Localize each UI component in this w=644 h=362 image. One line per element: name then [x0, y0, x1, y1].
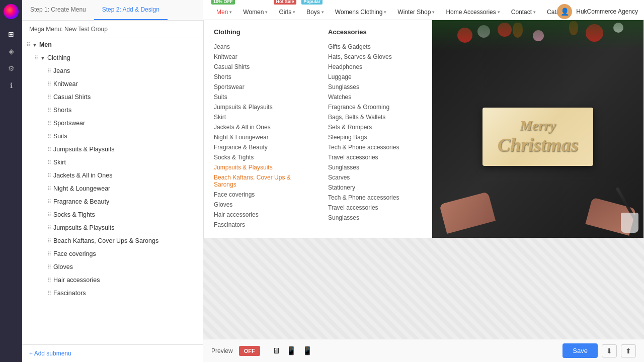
- user-name: HukCommerce Agency: [576, 8, 638, 15]
- tree-label: Jumpsuits & Playsuits: [53, 146, 199, 153]
- tree-item-suits[interactable]: ⠿ Suits: [22, 130, 203, 143]
- mega-link-jackets[interactable]: Jackets & All in Ones: [214, 122, 308, 132]
- mega-link-beach-kaftans[interactable]: Beach Kaftans, Cover Ups & Sarongs: [214, 172, 308, 190]
- mega-link-scarves[interactable]: Scarves: [328, 172, 422, 183]
- tree-item-sportswear[interactable]: ⠿ Sportswear: [22, 117, 203, 130]
- mega-link-sets[interactable]: Sets & Rompers: [328, 122, 422, 132]
- user-avatar: 👤: [557, 4, 572, 19]
- tree-item-clothing[interactable]: ⠿ ▼ Clothing: [22, 51, 203, 64]
- mega-link-face-coverings[interactable]: Face coverings: [214, 190, 308, 200]
- tab-add-design[interactable]: Step 2: Add & Design: [94, 0, 168, 20]
- mega-link-socks-tights[interactable]: Socks & Tights: [214, 152, 308, 162]
- mega-link-sunglasses-2[interactable]: Sunglasses: [328, 162, 422, 172]
- tree-item-jackets[interactable]: ⠿ Jackets & All in Ones: [22, 169, 203, 182]
- mega-link-watches[interactable]: Watches: [328, 92, 422, 102]
- chevron-down-icon: ▾: [384, 10, 386, 15]
- mega-link-tech-1[interactable]: Tech & Phone accessories: [328, 142, 422, 152]
- girls-badge: Hot Sale: [274, 0, 296, 5]
- nav-item-home-accessories[interactable]: Home Accessories ▾: [441, 6, 505, 19]
- tree-item-jumpsuits-1[interactable]: ⠿ Jumpsuits & Playsuits: [22, 143, 203, 156]
- mega-link-sleeping-bags[interactable]: Sleeping Bags: [328, 132, 422, 142]
- tree-item-beach-kaftans[interactable]: ⠿ Beach Kaftans, Cover Ups & Sarongs: [22, 234, 203, 247]
- drag-handle: ⠿: [47, 290, 51, 297]
- app-logo[interactable]: [4, 4, 19, 19]
- mega-link-sunglasses-1[interactable]: Sunglasses: [328, 82, 422, 92]
- chevron-down-icon: ▾: [498, 10, 500, 15]
- mega-link-gifts[interactable]: Gifts & Gadgets: [328, 42, 422, 52]
- mega-link-hair-accessories[interactable]: Hair accessories: [214, 210, 308, 220]
- mega-link-gloves[interactable]: Gloves: [214, 200, 308, 210]
- mega-link-fragrance-grooming[interactable]: Fragrance & Grooming: [328, 102, 422, 112]
- mega-link-knitwear[interactable]: Knitwear: [214, 52, 308, 62]
- mega-link-fascinators[interactable]: Fascinators: [214, 220, 308, 230]
- mega-link-travel-1[interactable]: Travel accessories: [328, 152, 422, 162]
- chevron-down-icon: ▾: [293, 10, 295, 15]
- tablet-icon[interactable]: 📱: [284, 344, 298, 357]
- tree-item-face-coverings[interactable]: ⠿ Face coverings: [22, 247, 203, 260]
- nav-item-womens-clothing[interactable]: Womens Clothing ▾: [330, 6, 392, 19]
- tree-item-night-loungewear[interactable]: ⠿ Night & Loungewear: [22, 182, 203, 195]
- tree-item-fascinators[interactable]: ⠿ Fascinators: [22, 287, 203, 300]
- expand-arrow[interactable]: ▼: [40, 55, 45, 61]
- tree-item-fragrance[interactable]: ⠿ Fragrance & Beauty: [22, 195, 203, 208]
- tree-item-skirt[interactable]: ⠿ Skirt: [22, 156, 203, 169]
- mega-link-headphones[interactable]: Headphones: [328, 62, 422, 72]
- tree-item-casual-shirts[interactable]: ⠿ Casual Shirts: [22, 90, 203, 104]
- tree-item-shorts[interactable]: ⠿ Shorts: [22, 104, 203, 117]
- mega-link-casual-shirts[interactable]: Casual Shirts: [214, 62, 308, 72]
- mega-link-shorts[interactable]: Shorts: [214, 72, 308, 82]
- mega-link-fragrance-beauty[interactable]: Fragrance & Beauty: [214, 142, 308, 152]
- preview-toggle[interactable]: OFF: [239, 346, 260, 356]
- tree-item-knitwear[interactable]: ⠿ Knitwear: [22, 77, 203, 90]
- nav-item-girls[interactable]: Girls ▾: [274, 6, 300, 19]
- nav-item-women-wrap: Women ▾: [238, 2, 273, 19]
- mega-link-stationery[interactable]: Stationery: [328, 183, 422, 193]
- mobile-icon[interactable]: 📱: [300, 344, 314, 357]
- mega-col-accessories: Accessories Gifts & Gadgets Hats, Scarve…: [318, 20, 432, 238]
- tree-label: Jeans: [53, 67, 199, 74]
- mega-link-sportswear[interactable]: Sportswear: [214, 82, 308, 92]
- nav-item-girls-wrap: Hot Sale Girls ▾: [274, 2, 300, 19]
- mega-link-travel-2[interactable]: Travel accessories: [328, 203, 422, 213]
- tree-item-jumpsuits-2[interactable]: ⠿ Jumpsuits & Playsuits: [22, 221, 203, 234]
- desktop-icon[interactable]: 🖥: [270, 344, 282, 357]
- mega-link-night[interactable]: Night & Loungewear: [214, 132, 308, 142]
- expand-arrow[interactable]: ▼: [32, 42, 37, 48]
- sidebar-icon-settings[interactable]: ⚙: [4, 61, 18, 75]
- sidebar-icon-info[interactable]: ℹ: [4, 78, 18, 93]
- accessories-col-title: Accessories: [328, 28, 422, 36]
- add-submenu-button[interactable]: + Add submenu: [29, 350, 71, 357]
- mega-link-skirt[interactable]: Skirt: [214, 112, 308, 122]
- mega-link-jeans[interactable]: Jeans: [214, 42, 308, 52]
- tree-label: Beach Kaftans, Cover Ups & Sarongs: [53, 237, 199, 244]
- import-button[interactable]: ⬇: [602, 344, 617, 357]
- mega-link-hats[interactable]: Hats, Scarves & Gloves: [328, 52, 422, 62]
- sidebar-icon-layers[interactable]: ◈: [4, 44, 18, 58]
- save-button[interactable]: Save: [562, 343, 598, 358]
- export-button[interactable]: ⬆: [621, 344, 636, 357]
- nav-item-men[interactable]: Men ▾: [211, 6, 237, 19]
- nav-item-contact[interactable]: Contact ▾: [506, 6, 541, 19]
- tree-item-hair-accessories[interactable]: ⠿ Hair accessories: [22, 274, 203, 287]
- nav-item-boys[interactable]: Boys ▾: [301, 6, 329, 19]
- tree-item-jeans[interactable]: ⠿ Jeans: [22, 64, 203, 77]
- mega-link-jumpsuits-1[interactable]: Jumpsuits & Playsuits: [214, 102, 308, 112]
- mega-link-jumpsuits-2[interactable]: Jumpsuits & Playsuits: [214, 162, 308, 172]
- mega-link-tech-2[interactable]: Tech & Phone accessories: [328, 193, 422, 203]
- mega-link-bags[interactable]: Bags, Belts & Wallets: [328, 112, 422, 122]
- tree-item-gloves[interactable]: ⠿ Gloves: [22, 260, 203, 274]
- preview-area: 10% OFF Men ▾ Women ▾ Hot Sale Girls: [203, 0, 644, 339]
- nav-item-women[interactable]: Women ▾: [238, 6, 273, 19]
- nav-item-winter-shop-wrap: Winter Shop ▾: [392, 2, 440, 19]
- christmas-word: Christmas: [498, 134, 579, 156]
- tab-create-menu[interactable]: Step 1: Create Menu: [22, 0, 94, 20]
- tree-item-men[interactable]: ⠿ ▼ Men: [22, 38, 203, 51]
- nav-item-winter-shop[interactable]: Winter Shop ▾: [392, 6, 440, 19]
- panel-tabs: Step 1: Create Menu Step 2: Add & Design: [22, 0, 203, 21]
- tree-item-socks-tights[interactable]: ⠿ Socks & Tights: [22, 208, 203, 221]
- sidebar-icon-grid[interactable]: ⊞: [4, 27, 18, 41]
- device-icons: 🖥 📱 📱: [270, 344, 314, 357]
- mega-link-sunglasses-3[interactable]: Sunglasses: [328, 213, 422, 223]
- mega-link-luggage[interactable]: Luggage: [328, 72, 422, 82]
- mega-link-suits[interactable]: Suits: [214, 92, 308, 102]
